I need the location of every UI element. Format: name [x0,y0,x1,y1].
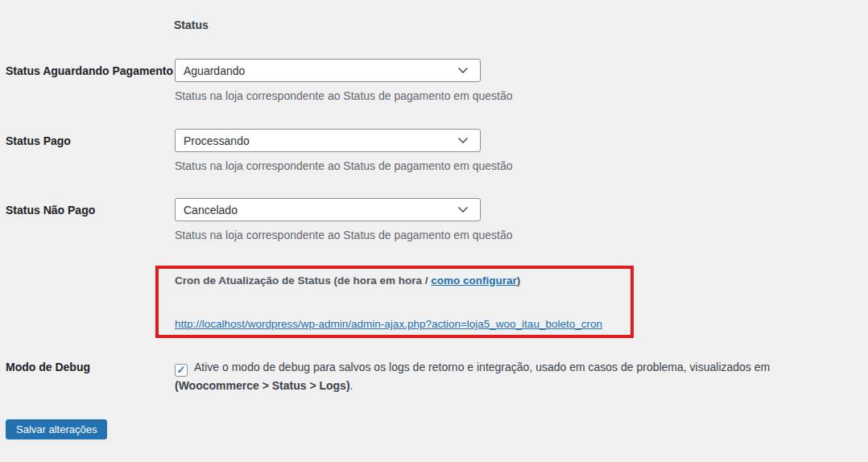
select-value: Processando [184,134,250,147]
select-value: Cancelado [184,204,238,217]
status-nao-pago-description: Status na loja correspondente ao Status … [175,228,513,242]
select-value: Aguardando [184,64,245,77]
cron-url-link[interactable]: http://localhost/wordpress/wp-admin/admi… [175,318,602,330]
debug-text-after: . [350,379,353,392]
status-aguardando-select[interactable]: Aguardando [175,59,481,82]
status-aguardando-description: Status na loja correspondente ao Status … [175,89,513,103]
como-configurar-link[interactable]: como configurar [431,274,517,287]
debug-text-before: Ative o modo de debug para salvos os log… [194,361,770,373]
cron-title-prefix: Cron de Atualização de Status (de hora e… [175,274,431,287]
settings-page: Status Status Aguardando Pagamento Aguar… [0,0,868,462]
section-title: Status [174,19,209,31]
status-nao-pago-select[interactable]: Cancelado [175,198,481,221]
save-button[interactable]: Salvar alterações [6,419,107,439]
cron-title-suffix: ) [517,274,521,287]
debug-text-bold: (Woocommerce > Status > Logs) [175,379,350,392]
cron-title: Cron de Atualização de Status (de hora e… [175,274,614,288]
check-icon: ✓ [177,364,186,376]
status-pago-select[interactable]: Processando [175,129,481,152]
chevron-down-icon [457,67,469,74]
debug-description: ✓Ative o modo de debug para salvos os lo… [175,358,840,394]
cron-url-line: http://localhost/wordpress/wp-admin/admi… [175,317,614,332]
label-status-aguardando: Status Aguardando Pagamento [6,64,173,77]
label-status-pago: Status Pago [6,134,71,147]
chevron-down-icon [457,206,469,213]
debug-checkbox[interactable]: ✓ [175,364,188,377]
status-pago-description: Status na loja correspondente ao Status … [175,159,513,173]
cron-highlight-box: Cron de Atualização de Status (de hora e… [155,266,634,338]
chevron-down-icon [457,137,469,144]
label-status-nao-pago: Status Não Pago [6,204,95,217]
label-modo-de-debug: Modo de Debug [6,361,90,373]
